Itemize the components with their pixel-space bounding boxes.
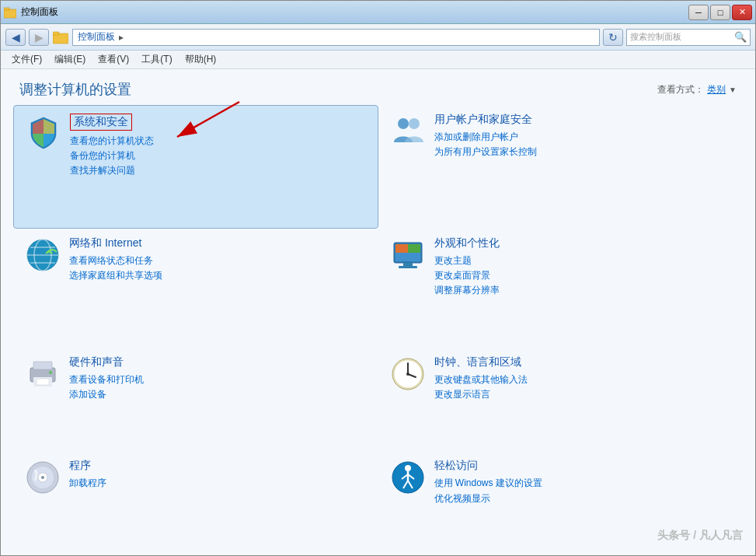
titlebar-left: 控制面板 — [4, 5, 58, 19]
programs-icon — [24, 459, 61, 496]
svg-point-33 — [41, 476, 44, 479]
search-icon: 🔍 — [734, 31, 747, 43]
svg-rect-23 — [37, 379, 49, 385]
network-text: 网络和 Internet 查看网络状态和任务 选择家庭组和共享选项 — [69, 236, 368, 283]
window-title: 控制面板 — [21, 5, 58, 19]
svg-point-29 — [406, 372, 409, 376]
menu-file[interactable]: 文件(F) — [5, 51, 48, 68]
search-box[interactable]: 搜索控制面板 🔍 — [626, 29, 751, 46]
system-security-link-1[interactable]: 查看您的计算机状态 — [70, 134, 367, 149]
user-accounts-link-2[interactable]: 为所有用户设置家长控制 — [434, 145, 733, 159]
access-link-2[interactable]: 优化视频显示 — [434, 491, 733, 506]
hardware-icon — [24, 355, 61, 393]
forward-button[interactable]: ▶ — [29, 29, 49, 46]
svg-point-6 — [398, 118, 409, 129]
maximize-button[interactable]: □ — [710, 5, 730, 20]
user-accounts-link-1[interactable]: 添加或删除用户帐户 — [434, 130, 733, 145]
svg-rect-1 — [4, 8, 9, 10]
category-system-security: 系统和安全 查看您的计算机状态 备份您的计算机 查找并解决问题 — [13, 105, 378, 229]
svg-rect-16 — [408, 244, 420, 253]
network-link-1[interactable]: 查看网络状态和任务 — [69, 254, 368, 268]
page-header: 调整计算机的设置 查看方式： 类别 ▼ — [1, 69, 755, 105]
system-security-link-3[interactable]: 查找并解决问题 — [70, 163, 367, 178]
hardware-title[interactable]: 硬件和声音 — [69, 355, 124, 369]
clock-icon — [389, 355, 427, 393]
refresh-button[interactable]: ↻ — [603, 29, 623, 46]
hardware-link-2[interactable]: 添加设备 — [69, 387, 368, 402]
hardware-link-1[interactable]: 查看设备和打印机 — [69, 372, 368, 387]
category-appearance: 外观和个性化 更改主题 更改桌面背景 调整屏幕分辨率 — [378, 229, 744, 348]
path-separator: ▸ — [117, 32, 127, 43]
close-button[interactable]: ✕ — [732, 5, 752, 20]
system-security-icon — [25, 114, 62, 151]
svg-rect-21 — [33, 362, 52, 369]
addressbar: ◀ ▶ 控制面板 ▸ ↻ 搜索控制面板 🔍 — [1, 24, 755, 51]
access-title[interactable]: 轻松访问 — [434, 459, 478, 473]
category-clock: 时钟、语言和区域 更改键盘或其他输入法 更改显示语言 — [378, 348, 744, 452]
system-security-title[interactable]: 系统和安全 — [70, 114, 132, 131]
svg-rect-19 — [399, 266, 417, 268]
main-window: 控制面板 ─ □ ✕ ◀ ▶ 控制面板 ▸ ↻ 搜索控制面板 🔍 文件(F — [0, 0, 756, 556]
appearance-link-1[interactable]: 更改主题 — [434, 254, 733, 268]
appearance-link-3[interactable]: 调整屏幕分辨率 — [434, 283, 733, 298]
view-label: 查看方式： — [657, 83, 704, 96]
svg-point-24 — [49, 371, 52, 374]
back-button[interactable]: ◀ — [5, 29, 26, 46]
network-link-2[interactable]: 选择家庭组和共享选项 — [69, 268, 368, 283]
window-icon — [4, 6, 16, 19]
category-user-accounts: 用户帐户和家庭安全 添加或删除用户帐户 为所有用户设置家长控制 — [378, 105, 744, 229]
user-accounts-text: 用户帐户和家庭安全 添加或删除用户帐户 为所有用户设置家长控制 — [434, 113, 733, 159]
titlebar-buttons: ─ □ ✕ — [688, 5, 752, 20]
programs-text: 程序 卸载程序 — [69, 459, 368, 491]
hardware-text: 硬件和声音 查看设备和打印机 添加设备 — [69, 355, 368, 402]
svg-point-35 — [405, 465, 411, 471]
appearance-link-2[interactable]: 更改桌面背景 — [434, 268, 733, 283]
address-path[interactable]: 控制面板 ▸ — [72, 29, 600, 46]
categories-grid: 系统和安全 查看您的计算机状态 备份您的计算机 查找并解决问题 — [1, 105, 755, 555]
category-hardware: 硬件和声音 查看设备和打印机 添加设备 — [13, 348, 378, 452]
main-content: 调整计算机的设置 查看方式： 类别 ▼ — [1, 69, 755, 555]
minimize-button[interactable]: ─ — [688, 5, 709, 20]
menu-tools[interactable]: 工具(T) — [135, 51, 178, 68]
location-icon — [52, 29, 69, 46]
path-part-1: 控制面板 — [78, 30, 115, 44]
view-dropdown-icon[interactable]: ▼ — [729, 86, 737, 94]
menu-help[interactable]: 帮助(H) — [179, 51, 223, 68]
svg-point-7 — [409, 118, 420, 129]
category-programs: 程序 卸载程序 — [13, 451, 378, 555]
category-network: 网络和 Internet 查看网络状态和任务 选择家庭组和共享选项 — [13, 229, 378, 348]
page-title: 调整计算机的设置 — [19, 80, 131, 99]
view-type-button[interactable]: 类别 — [707, 83, 726, 96]
menu-view[interactable]: 查看(V) — [92, 51, 135, 68]
svg-rect-3 — [53, 32, 59, 35]
system-security-text: 系统和安全 查看您的计算机状态 备份您的计算机 查找并解决问题 — [70, 114, 367, 179]
svg-rect-17 — [395, 253, 420, 261]
menu-edit[interactable]: 编辑(E) — [48, 51, 92, 68]
clock-title[interactable]: 时钟、语言和区域 — [434, 355, 521, 369]
user-accounts-title[interactable]: 用户帐户和家庭安全 — [434, 113, 532, 127]
network-icon — [24, 236, 61, 274]
access-link-1[interactable]: 使用 Windows 建议的设置 — [434, 476, 733, 491]
clock-link-1[interactable]: 更改键盘或其他输入法 — [434, 372, 733, 387]
watermark: 头条号 / 凡人凡言 — [657, 529, 743, 543]
system-security-link-2[interactable]: 备份您的计算机 — [70, 149, 367, 163]
search-placeholder: 搜索控制面板 — [630, 31, 734, 43]
appearance-text: 外观和个性化 更改主题 更改桌面背景 调整屏幕分辨率 — [434, 236, 733, 299]
clock-link-2[interactable]: 更改显示语言 — [434, 387, 733, 402]
appearance-title[interactable]: 外观和个性化 — [434, 236, 500, 250]
svg-rect-15 — [395, 244, 408, 253]
titlebar: 控制面板 ─ □ ✕ — [1, 1, 755, 24]
menubar: 文件(F) 编辑(E) 查看(V) 工具(T) 帮助(H) — [1, 51, 755, 69]
view-selector: 查看方式： 类别 ▼ — [657, 83, 737, 96]
access-icon — [389, 459, 427, 496]
appearance-icon — [389, 236, 427, 274]
user-accounts-icon — [389, 113, 427, 150]
clock-text: 时钟、语言和区域 更改键盘或其他输入法 更改显示语言 — [434, 355, 733, 402]
access-text: 轻松访问 使用 Windows 建议的设置 优化视频显示 — [434, 459, 733, 505]
programs-title[interactable]: 程序 — [69, 459, 91, 473]
svg-rect-0 — [4, 9, 16, 18]
programs-link-1[interactable]: 卸载程序 — [69, 476, 368, 491]
network-title[interactable]: 网络和 Internet — [69, 236, 141, 250]
